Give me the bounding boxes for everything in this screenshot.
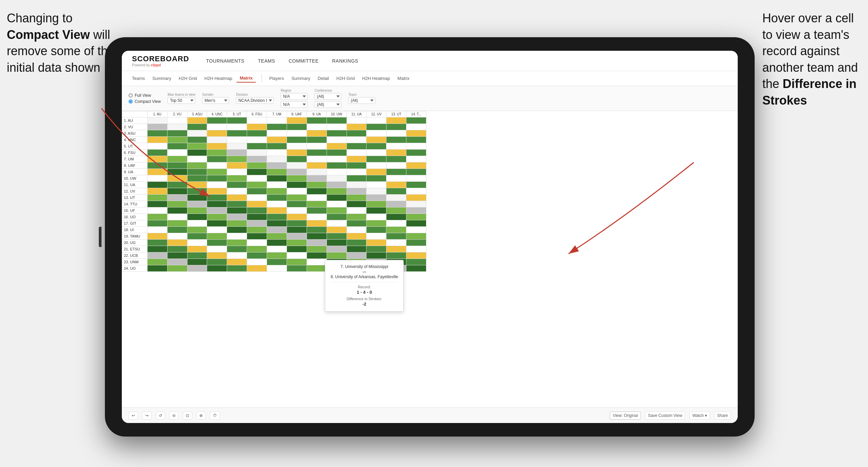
matrix-cell[interactable] [227,143,247,150]
matrix-cell[interactable] [366,124,386,130]
matrix-cell[interactable] [406,259,426,265]
matrix-cell[interactable] [386,162,406,169]
matrix-cell[interactable] [227,137,247,143]
matrix-cell[interactable] [207,195,227,201]
matrix-cell[interactable] [147,207,167,214]
sub-nav-players[interactable]: Players [266,74,287,82]
matrix-cell[interactable] [287,124,307,130]
matrix-cell[interactable] [167,162,187,169]
matrix-cell[interactable] [167,175,187,182]
matrix-cell[interactable] [307,137,327,143]
matrix-cell[interactable] [366,117,386,124]
matrix-cell[interactable] [347,252,366,259]
matrix-cell[interactable] [167,259,187,265]
matrix-cell[interactable] [207,143,227,150]
matrix-cell[interactable] [227,207,247,214]
matrix-cell[interactable] [327,162,347,169]
matrix-cell[interactable] [187,220,207,227]
matrix-cell[interactable] [267,214,287,220]
reset-button[interactable]: ↺ [156,412,165,420]
matrix-cell[interactable] [347,240,366,246]
matrix-cell[interactable] [247,246,267,252]
matrix-cell[interactable] [406,175,426,182]
matrix-cell[interactable] [267,117,287,124]
matrix-cell[interactable] [227,182,247,188]
matrix-cell[interactable] [247,214,267,220]
matrix-cell[interactable] [227,201,247,207]
matrix-cell[interactable] [307,265,327,272]
full-view-option[interactable]: Full View [129,93,161,98]
matrix-cell[interactable] [207,162,227,169]
matrix-cell[interactable] [327,182,347,188]
matrix-cell[interactable] [207,265,227,272]
matrix-cell[interactable] [347,195,366,201]
matrix-cell[interactable] [327,214,347,220]
matrix-cell[interactable] [327,143,347,150]
tablet-side-button[interactable] [99,227,102,247]
matrix-cell[interactable] [227,130,247,137]
matrix-cell[interactable] [327,156,347,162]
matrix-cell[interactable] [347,169,366,175]
matrix-cell[interactable] [227,175,247,182]
matrix-cell[interactable] [386,169,406,175]
matrix-cell[interactable] [366,143,386,150]
matrix-cell[interactable] [287,227,307,233]
matrix-cell[interactable] [386,188,406,195]
matrix-cell[interactable] [247,124,267,130]
matrix-cell[interactable] [227,220,247,227]
matrix-cell[interactable] [167,137,187,143]
matrix-cell[interactable] [227,162,247,169]
matrix-cell[interactable] [227,259,247,265]
matrix-cell[interactable] [386,130,406,137]
matrix-cell[interactable] [167,156,187,162]
nav-rankings[interactable]: RANKINGS [332,58,358,64]
matrix-cell[interactable] [287,117,307,124]
matrix-cell[interactable] [307,195,327,201]
matrix-cell[interactable] [366,207,386,214]
matrix-cell[interactable] [207,259,227,265]
matrix-cell[interactable] [247,240,267,246]
matrix-cell[interactable] [187,233,207,240]
matrix-cell[interactable] [207,201,227,207]
matrix-cell[interactable] [147,143,167,150]
max-teams-select[interactable]: Top 50 [168,97,195,104]
matrix-cell[interactable] [366,220,386,227]
matrix-area[interactable]: 1. AU 2. VU 3. ASU 4. UNC 5. UT 6. FSU 7… [122,111,738,416]
matrix-cell[interactable] [167,252,187,259]
matrix-cell[interactable] [347,220,366,227]
matrix-cell[interactable] [347,137,366,143]
matrix-cell[interactable] [247,195,267,201]
matrix-cell[interactable] [366,182,386,188]
matrix-cell[interactable] [386,195,406,201]
matrix-cell[interactable] [386,182,406,188]
matrix-cell[interactable] [147,265,167,272]
matrix-cell[interactable] [147,233,167,240]
nav-committee[interactable]: COMMITTEE [289,58,319,64]
matrix-cell[interactable] [267,195,287,201]
matrix-cell[interactable] [167,182,187,188]
matrix-cell[interactable] [187,162,207,169]
matrix-cell[interactable] [347,124,366,130]
matrix-cell[interactable] [386,227,406,233]
matrix-cell[interactable] [307,182,327,188]
matrix-cell[interactable] [406,169,426,175]
matrix-cell[interactable] [227,124,247,130]
matrix-cell[interactable] [147,246,167,252]
matrix-cell[interactable] [187,137,207,143]
matrix-cell[interactable] [207,182,227,188]
matrix-cell[interactable] [406,117,426,124]
matrix-cell[interactable] [207,214,227,220]
matrix-cell[interactable] [327,137,347,143]
matrix-cell[interactable] [167,233,187,240]
matrix-cell[interactable] [386,207,406,214]
matrix-cell[interactable] [227,214,247,220]
matrix-cell[interactable] [207,169,227,175]
matrix-cell[interactable] [366,201,386,207]
matrix-cell[interactable] [287,130,307,137]
matrix-cell[interactable] [307,214,327,220]
matrix-cell[interactable] [366,162,386,169]
matrix-cell[interactable] [386,252,406,259]
matrix-cell[interactable] [307,240,327,246]
conference-select[interactable]: (All) [314,93,341,100]
team-select[interactable]: (All) [348,97,375,104]
